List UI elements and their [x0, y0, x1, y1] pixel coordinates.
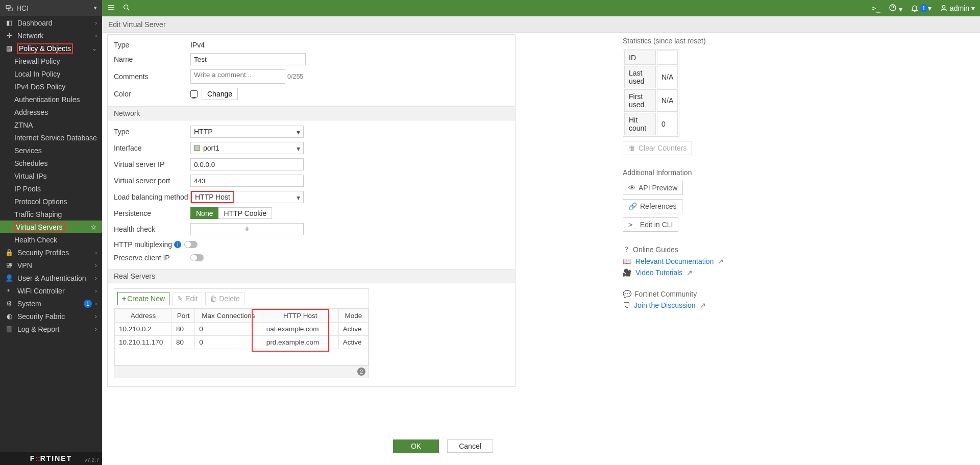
link-label: Relevant Documentation	[635, 257, 714, 265]
sidebar-item-health-check[interactable]: Health Check	[0, 233, 102, 246]
td-mode: Active	[338, 323, 368, 336]
sidebar-item-label: Health Check	[14, 236, 57, 244]
sidebar-item-network[interactable]: ✢ Network ›	[0, 29, 102, 42]
sidebar-item-vpn[interactable]: 🖳VPN›	[0, 259, 102, 272]
change-color-button[interactable]: Change	[202, 88, 238, 100]
sidebar-item-policy[interactable]: ▤ Policy & Objects ⌄	[0, 42, 102, 55]
sidebar-item-wifi[interactable]: ᯤWiFi Controller›	[0, 284, 102, 297]
edit-button[interactable]: ✎Edit	[173, 292, 202, 305]
realservers-table: Address Port Max Connections HTTP Host M…	[114, 309, 369, 365]
sidebar-item-isd[interactable]: Internet Service Database	[0, 131, 102, 144]
api-preview-button[interactable]: 👁API Preview	[623, 181, 683, 195]
create-new-button[interactable]: +Create New	[117, 292, 169, 305]
edit-in-cli-button[interactable]: >_Edit in CLI	[623, 217, 678, 232]
join-discussion-link[interactable]: Join the Discussion	[634, 301, 696, 309]
sidebar-item-addresses[interactable]: Addresses	[0, 106, 102, 118]
persistence-toggle[interactable]: None HTTP Cookie	[190, 207, 272, 219]
button-label: Edit in CLI	[640, 221, 673, 229]
sidebar-item-system[interactable]: ⚙System1›	[0, 297, 102, 310]
button-label: OK	[411, 442, 421, 450]
td-port: 80	[172, 336, 194, 349]
bell-count: 1	[920, 4, 928, 12]
realservers-box: +Create New ✎Edit 🗑Delete Address Port M…	[114, 288, 369, 378]
sidebar-item-auth-rules[interactable]: Authentication Rules	[0, 93, 102, 106]
port-icon	[194, 145, 200, 151]
button-label: References	[640, 202, 677, 210]
realservers-footer: 2	[114, 365, 369, 378]
nettype-select[interactable]: HTTP▾	[190, 126, 304, 138]
sidebar-item-label: Traffic Shaping	[14, 210, 62, 218]
th-httphost[interactable]: HTTP Host	[262, 309, 338, 323]
references-button[interactable]: 🔗References	[623, 199, 682, 213]
sidebar-item-label: Schedules	[14, 159, 47, 167]
stats-title: Statistics (since last reset)	[623, 37, 883, 45]
vip-input[interactable]	[190, 158, 304, 170]
table-row[interactable]: 10.210.11.170 80 0 prd.example.com Activ…	[115, 336, 369, 349]
sidebar-item-services[interactable]: Services	[0, 144, 102, 157]
cancel-button[interactable]: Cancel	[447, 439, 493, 453]
gear-icon: ⚙	[5, 300, 13, 307]
sidebar-item-traffic-shaping[interactable]: Traffic Shaping	[0, 208, 102, 221]
brand-row[interactable]: HCI ▾	[0, 0, 102, 16]
sidebar-item-firewall-policy[interactable]: Firewall Policy	[0, 55, 102, 67]
sidebar-item-ztna[interactable]: ZTNA	[0, 118, 102, 131]
menu-icon[interactable]	[107, 4, 115, 13]
clear-counters-button[interactable]: 🗑Clear Counters	[623, 141, 692, 155]
sidebar-item-label: Internet Service Database	[14, 134, 97, 142]
comments-input[interactable]	[190, 69, 285, 84]
bell-icon[interactable]: 1 ▾	[911, 4, 932, 12]
help-icon[interactable]: ▾	[889, 4, 902, 13]
sidebar-item-label: Policy & Objects	[17, 44, 72, 53]
stats-id-label: ID	[624, 51, 656, 65]
preserve-toggle[interactable]	[190, 254, 204, 261]
chevron-right-icon: ›	[95, 326, 97, 333]
sidebar-item-ipv4-dos[interactable]: IPv4 DoS Policy	[0, 80, 102, 93]
sidebar-item-local-in[interactable]: Local In Policy	[0, 67, 102, 80]
sidebar-item-vips[interactable]: Virtual IPs	[0, 169, 102, 182]
user-menu[interactable]: admin ▾	[940, 4, 975, 12]
th-port[interactable]: Port	[172, 309, 194, 323]
stats-firstused: N/A	[657, 89, 678, 112]
doc-link[interactable]: Relevant Documentation	[635, 257, 714, 265]
info-icon[interactable]: i	[174, 241, 181, 248]
sidebar-item-security-fabric[interactable]: ◐Security Fabric›	[0, 310, 102, 323]
sidebar-item-schedules[interactable]: Schedules	[0, 157, 102, 169]
search-icon[interactable]	[122, 4, 131, 13]
sidebar-item-security-profiles[interactable]: 🔒Security Profiles›	[0, 246, 102, 259]
chevron-right-icon: ›	[95, 300, 97, 307]
sidebar-item-virtual-servers[interactable]: Virtual Servers ☆	[0, 221, 102, 233]
page-title: Edit Virtual Server	[102, 16, 980, 33]
sidebar-item-log-report[interactable]: ䷀Log & Report›	[0, 323, 102, 335]
th-maxconn[interactable]: Max Connections	[195, 309, 262, 323]
cli-icon[interactable]: >_	[872, 4, 880, 12]
th-mode[interactable]: Mode	[338, 309, 368, 323]
persist-none[interactable]: None	[190, 207, 218, 219]
stats-lastused: N/A	[657, 66, 678, 88]
th-address[interactable]: Address	[115, 309, 172, 323]
vport-input[interactable]	[190, 175, 304, 187]
button-label: Change	[207, 90, 232, 98]
star-icon[interactable]: ☆	[90, 223, 97, 231]
network-section: Network	[108, 106, 515, 120]
delete-button[interactable]: 🗑Delete	[205, 292, 244, 305]
lb-select[interactable]: HTTP Host ▾	[190, 191, 304, 203]
sidebar-item-proto-options[interactable]: Protocol Options	[0, 195, 102, 208]
color-label: Color	[114, 90, 190, 98]
wifi-icon: ᯤ	[5, 287, 13, 295]
iface-label: Interface	[114, 144, 190, 152]
chevron-right-icon: ›	[95, 313, 97, 320]
vip-label: Virtual server IP	[114, 160, 190, 168]
mux-toggle[interactable]	[184, 241, 198, 248]
name-input[interactable]	[190, 53, 306, 65]
select-value: port1	[203, 144, 219, 152]
video-link[interactable]: Video Tutorials	[635, 268, 682, 277]
sidebar-item-ip-pools[interactable]: IP Pools	[0, 182, 102, 195]
sidebar-item-user-auth[interactable]: 👤User & Authentication›	[0, 272, 102, 284]
ok-button[interactable]: OK	[393, 439, 439, 453]
table-row[interactable]: 10.210.0.2 80 0 uat.example.com Active	[115, 323, 369, 336]
health-add-button[interactable]: +	[190, 223, 304, 235]
chevron-right-icon: ›	[95, 249, 97, 256]
sidebar-item-dashboard[interactable]: ◧ Dashboard ›	[0, 16, 102, 29]
iface-select[interactable]: port1▾	[190, 142, 304, 154]
persist-cookie[interactable]: HTTP Cookie	[218, 207, 272, 219]
